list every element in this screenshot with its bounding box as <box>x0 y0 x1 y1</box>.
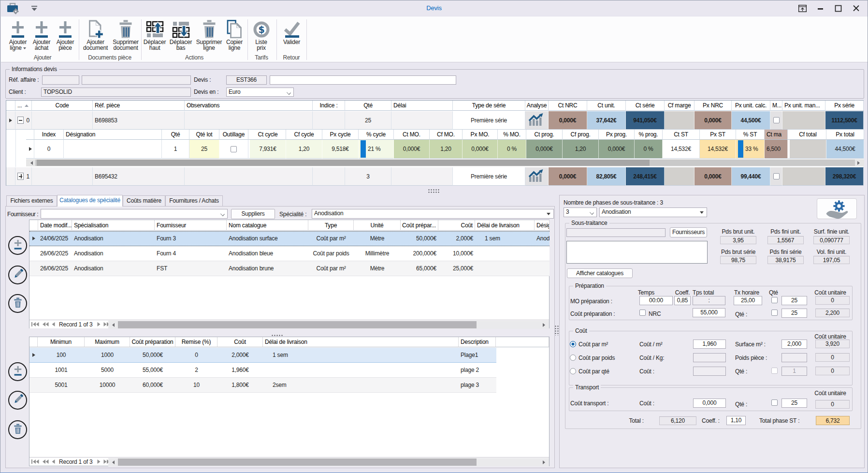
float-window-button[interactable] <box>795 3 810 14</box>
main-grid-cell-ct_serie[interactable]: 941,050€ <box>626 111 665 130</box>
nav-first-icon[interactable] <box>31 458 39 465</box>
main-grid-column-header[interactable]: Qté <box>345 101 391 111</box>
main-grid-cell-analyse[interactable] <box>525 111 549 130</box>
main-grid-cell-qte[interactable]: 3 <box>345 167 391 186</box>
subcontracting-settings-button[interactable] <box>817 198 857 219</box>
catalog-cell[interactable]: Anodisation <box>72 246 155 261</box>
plages-cell[interactable]: 1001 <box>38 363 85 377</box>
main-grid-cell-obs[interactable] <box>185 167 313 186</box>
vertical-splitter[interactable] <box>554 325 559 336</box>
main-grid-column-header[interactable]: ... <box>15 101 32 111</box>
subgrid-cell-px_prog[interactable]: 0,000€ <box>599 140 635 159</box>
plages-cell[interactable]: 5001 <box>38 378 85 392</box>
catalog-cell[interactable] <box>535 261 550 276</box>
fournisseurs-button[interactable]: Fournisseurs <box>670 227 707 237</box>
transport-qte-input[interactable]: 25 <box>781 399 807 408</box>
catalog-cell[interactable] <box>475 261 535 276</box>
catalog-cell[interactable]: FST <box>155 261 227 276</box>
horizontal-splitter[interactable] <box>428 189 439 193</box>
nav-prev-icon[interactable] <box>52 321 55 328</box>
nav-prev-page-icon[interactable] <box>42 458 49 465</box>
main-grid-checkbox[interactable] <box>773 173 780 179</box>
minimize-button[interactable] <box>813 3 827 14</box>
main-grid-cell-ref[interactable]: B695432 <box>93 167 185 186</box>
catalog-cell[interactable]: Fourn 4 <box>155 246 227 261</box>
plages-cell[interactable] <box>29 348 38 362</box>
main-grid-column-header[interactable]: Ct unit. <box>587 101 626 111</box>
nav-next-icon[interactable] <box>97 321 101 328</box>
scrollbar-track[interactable] <box>116 321 541 329</box>
ref-affaire-input-2[interactable] <box>82 75 191 85</box>
catalog-cell[interactable]: Mètre <box>354 261 401 276</box>
m2-surface-input[interactable]: 2,000 <box>781 340 807 349</box>
plages-column-header[interactable]: Remise (%) <box>175 337 217 347</box>
catalog-column-header[interactable]: Désig <box>535 220 550 231</box>
plages-column-header[interactable] <box>29 337 38 347</box>
subgrid-cell-qte_lot[interactable]: 25 <box>189 140 219 159</box>
scroll-left-arrow-icon[interactable] <box>29 161 33 165</box>
plages-column-header[interactable]: Description <box>459 337 496 347</box>
subgrid-cell-pct_cycle[interactable]: 21 % <box>359 140 394 159</box>
plages-row[interactable]: 50011000060,000€101,800€2semplage 3 <box>29 378 496 393</box>
plages-column-header[interactable]: Coût préparation <box>130 337 175 347</box>
radio-cout-par-poids[interactable] <box>570 355 576 361</box>
mo-qte-checkbox[interactable] <box>771 297 778 303</box>
subgrid-cell-ct_cycle[interactable]: 7,931€ <box>250 140 286 159</box>
plages-column-header[interactable]: Délai de livraison <box>263 337 459 347</box>
cout-preparation-input[interactable]: 55,000 <box>693 308 725 317</box>
suppliers-button[interactable]: Suppliers <box>231 209 275 219</box>
main-grid-cell-exp[interactable]: 0 <box>15 111 32 130</box>
subgrid-cell-px_total[interactable]: 44,500€ <box>826 140 864 159</box>
main-grid-row[interactable]: 0B69885325Première série0,000€37,642€941… <box>6 111 863 130</box>
plages-add-button[interactable] <box>8 362 27 381</box>
main-grid-cell-px_unit_man[interactable] <box>782 111 825 130</box>
plages-cell[interactable]: 2,000€ <box>217 348 263 362</box>
subgrid-column-header[interactable]: Désignation <box>64 130 162 140</box>
catalog-column-header[interactable] <box>29 220 38 231</box>
devis-number-input[interactable]: EST366 <box>226 75 267 85</box>
mo-temps-input[interactable]: 00:00 <box>639 296 673 305</box>
cp-qte-input[interactable]: 25 <box>781 309 807 318</box>
scrollbar-thumb[interactable] <box>118 458 477 466</box>
scrollbar-thumb[interactable] <box>37 160 650 166</box>
catalog-add-button[interactable] <box>8 236 27 255</box>
catalog-delete-button[interactable] <box>8 294 27 313</box>
catalog-cell[interactable]: 200,000€ <box>401 246 438 261</box>
plages-cell[interactable] <box>29 363 38 377</box>
nav-next-icon[interactable] <box>97 458 101 465</box>
tab-catalogues-specialite[interactable]: Catalogues de spécialité <box>57 195 123 207</box>
nav-prev-page-icon[interactable] <box>42 321 49 328</box>
main-grid-cell-indice[interactable] <box>313 167 345 186</box>
cp-qte-checkbox[interactable] <box>771 310 778 316</box>
subgrid-column-header[interactable]: Px MO. <box>463 130 498 140</box>
subgrid-cell-outillage[interactable] <box>219 140 248 159</box>
main-grid-cell-delai[interactable] <box>391 111 453 130</box>
main-grid-column-header[interactable]: Px série <box>825 101 864 111</box>
subgrid-column-header[interactable]: Ct prog. <box>526 130 563 140</box>
catalog-cell[interactable]: 10,000€ <box>438 246 475 261</box>
subgrid-cell-px_cycle[interactable]: 9,518€ <box>322 140 359 159</box>
catalog-cell[interactable]: Anodisation brune <box>227 261 308 276</box>
subgrid-column-header[interactable]: Qté lot <box>189 130 219 140</box>
catalog-column-header[interactable]: Unité <box>354 220 401 231</box>
catalog-cell[interactable] <box>29 246 38 261</box>
plages-cell[interactable]: 0 <box>175 348 217 362</box>
main-grid-column-header[interactable]: Px unit. calc. <box>732 101 770 111</box>
catalog-cell[interactable]: 50,000€ <box>401 232 438 246</box>
analyse-chart-icon[interactable] <box>527 113 547 128</box>
main-grid-cell-px_unit_man[interactable] <box>782 167 825 186</box>
plages-cell[interactable]: plage 2 <box>459 363 496 377</box>
subgrid-column-header[interactable]: Ct ST <box>663 130 700 140</box>
nav-first-icon[interactable] <box>31 321 39 328</box>
subgrid-column-header[interactable]: Ct cycle <box>250 130 286 140</box>
expand-row-button[interactable] <box>17 173 24 180</box>
main-grid-column-header[interactable]: Code <box>32 101 93 111</box>
mo-tps-total-input[interactable]: : <box>693 296 725 305</box>
subgrid-horizontal-scrollbar[interactable] <box>26 159 864 166</box>
devis-title-input[interactable] <box>270 75 456 85</box>
subgrid-cell-cf_mo[interactable]: 1,20 <box>430 140 463 159</box>
plages-cell[interactable]: 5000 <box>85 363 130 377</box>
catalog-cell[interactable]: 1 sem <box>475 232 535 246</box>
catalog-column-header[interactable]: Spécialisation <box>72 220 155 231</box>
catalog-cell[interactable]: 65,000€ <box>401 261 438 276</box>
